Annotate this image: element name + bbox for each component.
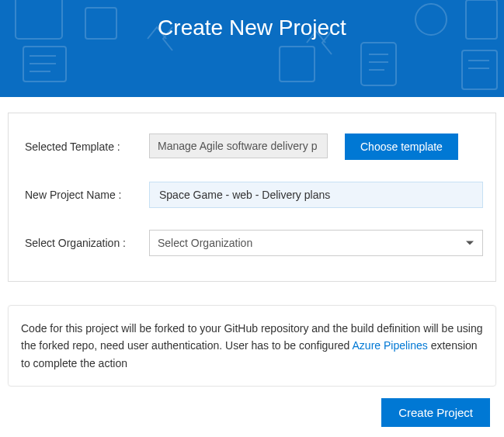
svg-rect-5	[85, 8, 116, 39]
organization-select[interactable]: Select Organization	[149, 230, 483, 256]
form-card: Selected Template : Manage Agile softwar…	[8, 113, 496, 282]
choose-template-button[interactable]: Choose template	[345, 134, 458, 160]
template-row: Selected Template : Manage Agile softwar…	[25, 134, 483, 160]
project-name-label: New Project Name :	[25, 182, 149, 203]
page-header: Create New Project	[0, 0, 504, 97]
svg-rect-6	[280, 47, 315, 82]
svg-rect-1	[23, 47, 66, 82]
organization-label: Select Organization :	[25, 230, 149, 251]
svg-rect-12	[466, 0, 497, 39]
project-name-input[interactable]	[149, 182, 483, 208]
svg-rect-7	[361, 43, 396, 85]
svg-rect-0	[16, 0, 62, 39]
footer: Create Project	[0, 387, 504, 427]
organization-row: Select Organization : Select Organizatio…	[25, 230, 483, 256]
info-card: Code for this project will be forked to …	[8, 305, 496, 387]
template-label: Selected Template :	[25, 134, 149, 155]
svg-point-11	[415, 4, 447, 35]
create-project-button[interactable]: Create Project	[381, 398, 490, 427]
selected-template-field: Manage Agile software delivery p	[149, 134, 328, 158]
azure-pipelines-link[interactable]: Azure Pipelines	[353, 339, 428, 352]
page-title: Create New Project	[158, 16, 346, 40]
svg-rect-13	[462, 50, 497, 89]
organization-select-wrapper: Select Organization	[149, 230, 483, 256]
header-decorative-bg	[0, 0, 504, 97]
project-name-row: New Project Name :	[25, 182, 483, 208]
